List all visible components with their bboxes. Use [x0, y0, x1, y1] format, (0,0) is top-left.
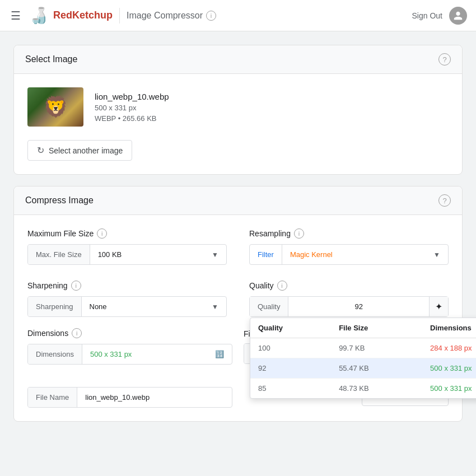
image-preview: lion_webp_10.webp 500 x 331 px WEBP • 26…: [27, 87, 449, 127]
app-title-area: Image Compressor i: [127, 11, 216, 21]
form-grid: Maximum File Size i Max. File Size 100 K…: [27, 228, 449, 317]
file-name-label: File Name: [28, 388, 77, 407]
refresh-icon: ↻: [37, 145, 44, 156]
sharpening-dropdown-arrow: ▼: [212, 303, 218, 311]
app-title: Image Compressor: [127, 11, 203, 21]
max-file-size-info-icon[interactable]: i: [97, 228, 107, 239]
file-name-input-row: File Name lion_webp_10.webp: [27, 387, 232, 408]
main-content: Select Image ? lion_webp_10.webp 500 x 3…: [0, 31, 476, 435]
dimensions-calc-icon[interactable]: 🔢: [215, 350, 224, 358]
file-name-section: File Name lion_webp_10.webp: [27, 376, 232, 408]
quality-info-icon[interactable]: i: [277, 281, 287, 291]
app-info-icon[interactable]: i: [206, 11, 216, 21]
resampling-group: Resampling i Filter Magic Kernel ▼: [249, 228, 449, 265]
bottle-icon: 🍶: [29, 6, 49, 25]
compress-image-title: Compress Image: [25, 195, 94, 206]
file-name-value[interactable]: lion_webp_10.webp: [77, 388, 232, 407]
sharpening-input-row: Sharpening None ▼: [27, 296, 227, 317]
compress-image-help-icon[interactable]: ?: [438, 194, 451, 207]
select-image-help-icon[interactable]: ?: [438, 53, 451, 66]
image-thumbnail: [27, 87, 83, 127]
select-image-card: Select Image ? lion_webp_10.webp 500 x 3…: [13, 45, 463, 175]
quality-magic-button[interactable]: ✦: [429, 297, 448, 316]
quality-dropdown-row[interactable]: 8548.73 KB500 x 331 px: [250, 379, 476, 399]
max-file-size-value[interactable]: 100 KB ▼: [90, 245, 226, 264]
resampling-label: Resampling i: [249, 228, 449, 239]
quality-row-quality: 100: [250, 338, 331, 358]
select-another-image-button[interactable]: ↻ Select another image: [27, 140, 132, 161]
header-divider: [119, 8, 120, 24]
dimensions-input-row: Dimensions 500 x 331 px 🔢: [27, 344, 232, 365]
sharpening-info-icon[interactable]: i: [71, 281, 81, 291]
quality-row-dimensions: 284 x 188 px: [422, 338, 476, 358]
quality-row-dimensions: 500 x 331 px: [422, 379, 476, 399]
quality-dropdown-table: Quality File Size Dimensions 10099.7 KB2…: [250, 318, 476, 398]
sharpening-value[interactable]: None ▼: [82, 297, 227, 316]
max-file-size-group: Maximum File Size i Max. File Size 100 K…: [27, 228, 227, 265]
image-filename: lion_webp_10.webp: [95, 92, 169, 101]
dimensions-label: Dimensions i: [27, 328, 232, 338]
quality-dropdown-row[interactable]: 9255.47 KB500 x 331 px: [250, 358, 476, 379]
quality-row-filesize: 99.7 KB: [331, 338, 422, 358]
compress-image-header: Compress Image ?: [14, 186, 462, 215]
image-format-size: WEBP • 265.66 KB: [95, 114, 169, 123]
quality-row-quality: 85: [250, 379, 331, 399]
sharpening-group: Sharpening i Sharpening None ▼: [27, 281, 227, 317]
max-file-size-dropdown-arrow: ▼: [212, 251, 218, 259]
dimensions-info-icon[interactable]: i: [72, 328, 82, 338]
dimensions-value[interactable]: 500 x 331 px 🔢: [82, 344, 232, 364]
quality-label: Quality i: [249, 281, 449, 291]
logo: 🍶 RedKetchup: [29, 6, 113, 25]
quality-group: Quality i Quality 92 ✦ Quality: [249, 281, 449, 317]
max-file-size-input-row: Max. File Size 100 KB ▼: [27, 244, 227, 265]
quality-value[interactable]: 92: [288, 297, 429, 316]
dimensions-field-label: Dimensions: [28, 344, 82, 364]
user-avatar[interactable]: [449, 7, 467, 25]
menu-icon[interactable]: ☰: [9, 9, 22, 22]
select-button-label: Select another image: [49, 146, 123, 155]
sharpening-label: Sharpening i: [27, 281, 227, 291]
header: ☰ 🍶 RedKetchup Image Compressor i Sign O…: [0, 0, 476, 31]
quality-input-row: Quality 92 ✦ Quality File Size Dimensio: [249, 296, 449, 317]
quality-row-filesize: 48.73 KB: [331, 379, 422, 399]
image-info: lion_webp_10.webp 500 x 331 px WEBP • 26…: [95, 92, 169, 123]
dimensions-col-header: Dimensions: [422, 318, 476, 338]
max-file-size-field-label: Max. File Size: [28, 245, 90, 264]
sign-out-button[interactable]: Sign Out: [412, 11, 442, 20]
select-image-body: lion_webp_10.webp 500 x 331 px WEBP • 26…: [14, 74, 462, 174]
max-file-size-label: Maximum File Size i: [27, 228, 227, 239]
select-image-title: Select Image: [25, 54, 77, 64]
quality-field-label: Quality: [250, 297, 288, 316]
filesize-col-header: File Size: [331, 318, 422, 338]
quality-row-filesize: 55.47 KB: [331, 358, 422, 379]
brand-name: RedKetchup: [53, 10, 113, 21]
dimensions-group: Dimensions i Dimensions 500 x 331 px 🔢: [27, 328, 232, 365]
select-image-header: Select Image ?: [14, 45, 462, 74]
quality-dropdown-row[interactable]: 10099.7 KB284 x 188 px: [250, 338, 476, 358]
quality-col-header: Quality: [250, 318, 331, 338]
sharpening-field-label: Sharpening: [28, 297, 82, 316]
resampling-info-icon[interactable]: i: [294, 228, 304, 239]
compress-image-body: Maximum File Size i Max. File Size 100 K…: [14, 215, 462, 421]
quality-row-dimensions: 500 x 331 px: [422, 358, 476, 379]
quality-dropdown: Quality File Size Dimensions 10099.7 KB2…: [250, 318, 476, 399]
quality-row-quality: 92: [250, 358, 331, 379]
resampling-dropdown-arrow: ▼: [433, 251, 440, 259]
compress-image-card: Compress Image ? Maximum File Size i Max…: [13, 186, 463, 422]
filter-label[interactable]: Filter: [250, 245, 282, 264]
resampling-kernel-value[interactable]: Magic Kernel ▼: [282, 245, 448, 264]
image-dimensions: 500 x 331 px: [95, 104, 169, 112]
resampling-input-row: Filter Magic Kernel ▼: [249, 244, 449, 265]
